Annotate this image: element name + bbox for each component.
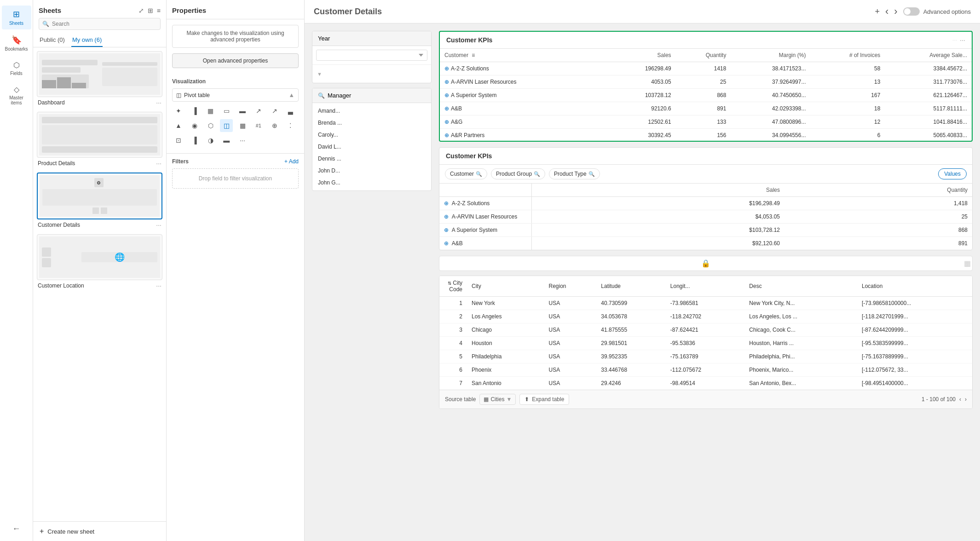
horizontal-bar-icon[interactable]: ▬ [236,104,249,117]
master-items-icon: ◇ [14,85,19,94]
filters-header: Filters + Add [172,158,299,165]
collapse-pivot-icon[interactable]: ▲ [288,92,294,98]
cities-dropdown[interactable]: ▦ Cities ▼ [479,394,516,405]
grid-view-icon[interactable]: ⊞ [148,7,153,14]
page-title: Customer Details [314,7,382,17]
expand-row-3[interactable]: ⊕ [444,105,449,112]
sheet-menu-dashboard[interactable]: ··· [156,99,161,106]
gauge-icon[interactable]: ◑ [204,134,217,147]
col-city-code[interactable]: ⇅ City Code [439,276,467,297]
more-viz-icon[interactable]: ··· [236,134,249,147]
adv-options-toggle[interactable] [903,7,920,16]
sidebar-item-bookmarks[interactable]: 🔖 Bookmarks [2,31,31,55]
pagination-prev-btn[interactable]: ‹ [959,396,961,403]
dim-chip-product-group[interactable]: Product Group 🔍 [491,168,545,179]
tab-public[interactable]: Public (0) [39,34,66,47]
bottom-section: 🔒 ▦ ⇅ City Code City Region [439,256,973,409]
sheet-item-product-details[interactable]: Product Details ··· [37,112,162,167]
bar-chart-icon[interactable]: ▐ [188,104,201,117]
smart-viz-icon[interactable]: ✦ [172,104,185,117]
expand-row-2[interactable]: ⊕ [444,92,449,98]
city-row-3: 4 Houston USA 29.981501 -95.53836 Housto… [439,337,972,350]
dim-chip-customer[interactable]: Customer 🔍 [445,168,487,179]
manager-item-3[interactable]: David L... [312,141,431,153]
combo-chart-icon[interactable]: ↗ [268,104,281,117]
adv-props-button[interactable]: Open advanced properties [172,53,299,68]
treemap-icon[interactable]: ⬡ [204,119,217,132]
col-customer-menu[interactable]: ≡ [472,52,475,58]
bar-small-icon[interactable]: ▃ [284,104,297,117]
pivot-expand-2[interactable]: ⊕ [444,227,449,233]
sheet-item-customer-location[interactable]: 🌐 Customer Location ··· [37,234,162,289]
prev-btn[interactable]: ‹ [885,6,888,17]
bullet-icon[interactable]: ▬ [220,134,233,147]
sheet-item-customer-details[interactable]: ⚙ Customer Details ··· [37,173,162,229]
pivot-col-empty [439,184,531,197]
manager-item-0[interactable]: Amand... [312,105,431,117]
area-chart-icon[interactable]: ▲ [172,119,185,132]
adv-options-label: Advanced options [923,8,971,15]
expand-row-5[interactable]: ⊕ [444,132,449,138]
sidebar-collapse-btn[interactable]: ← [2,520,31,541]
sheet-menu-product-details[interactable]: ··· [156,160,161,167]
header-right: + ‹ › Advanced options [875,6,971,17]
manager-item-6[interactable]: John G... [312,177,431,189]
sidebar-item-fields[interactable]: ⬡ Fields [2,57,31,80]
grouped-bar-icon[interactable]: ▦ [204,104,217,117]
list-view-icon[interactable]: ≡ [157,7,161,14]
add-filter-btn[interactable]: + Add [284,158,299,165]
dim-chip-product-type[interactable]: Product Type 🔍 [549,168,600,179]
pivot-expand-0[interactable]: ⊕ [444,200,449,207]
pagination-next-btn[interactable]: › [965,396,967,403]
pivot-row-0: ⊕ A-2-Z Solutions $196,298.49 1,418 [439,197,972,210]
kpi-row-0: ⊕A-2-Z Solutions 196298.49 1418 38.41715… [440,62,972,75]
manager-item-2[interactable]: Caroly... [312,129,431,141]
manager-item-4[interactable]: Dennis ... [312,153,431,165]
sidebar-item-sheets[interactable]: ⊞ Sheets [2,6,31,29]
year-dropdown[interactable] [316,50,427,61]
histogram-icon[interactable]: ▐ [188,134,201,147]
manager-item-1[interactable]: Brenda ... [312,117,431,129]
city-row-5: 6 Phoenix USA 33.446768 -112.075672 Phoe… [439,363,972,377]
kpi-top-table-scroll[interactable]: Customer ≡ Sales Quantity Margin (%) # o… [440,49,972,141]
pivot-expand-1[interactable]: ⊕ [444,213,449,220]
sheets-title: Sheets [39,6,61,14]
line-chart-icon[interactable]: ↗ [252,104,265,117]
sheet-item-dashboard[interactable]: Dashboard ··· [37,51,162,106]
sort-icon: ⇅ [448,281,451,286]
kpi-top-menu-btn[interactable]: ··· [960,36,965,44]
stacked-bar-icon[interactable]: ▭ [220,104,233,117]
expand-icon[interactable]: ⤢ [138,7,144,14]
left-sidebar: ⊞ Sheets 🔖 Bookmarks ⬡ Fields ◇ Master i… [0,0,33,541]
sidebar-item-master-items[interactable]: ◇ Master items [2,81,31,109]
tab-my-own[interactable]: My own (6) [71,34,103,47]
expand-row-1[interactable]: ⊕ [444,79,449,85]
pivot-expand-3[interactable]: ⊕ [444,240,449,247]
pie-chart-icon[interactable]: ◉ [188,119,201,132]
create-new-sheet-btn[interactable]: + Create new sheet [33,521,166,541]
cities-dropdown-arrow: ▼ [506,396,512,403]
next-btn[interactable]: › [894,6,897,17]
search-input[interactable] [39,18,161,30]
sheet-menu-customer-location[interactable]: ··· [156,282,161,289]
scatter-icon[interactable]: ⁚ [284,119,297,132]
expand-row-0[interactable]: ⊕ [444,65,449,72]
kpi-icon[interactable]: #1 [252,119,265,132]
manager-item-5[interactable]: John D... [312,165,431,177]
sheet-label-customer-location: Customer Location [38,282,84,289]
distribution-icon[interactable]: ⊡ [172,134,185,147]
sheet-menu-customer-details[interactable]: ··· [156,221,161,229]
pagination-section: 1 - 100 of 100 ‹ › [922,396,967,403]
product-type-search-icon: 🔍 [588,171,595,177]
year-filter-box: Year ▼ [312,31,432,83]
toggle-knob [904,8,911,15]
expand-row-4[interactable]: ⊕ [444,119,449,125]
expand-table-btn[interactable]: ⬆ Expand table [519,394,569,405]
map-icon[interactable]: ⊕ [268,119,281,132]
table-icon[interactable]: ▦ [236,119,249,132]
fields-icon: ⬡ [13,61,20,69]
customer-search-icon: 🔍 [476,171,482,177]
add-visualization-btn[interactable]: + [875,7,880,17]
values-chip[interactable]: Values [938,168,967,179]
pivot-table-viz-icon[interactable]: ◫ [220,119,233,132]
